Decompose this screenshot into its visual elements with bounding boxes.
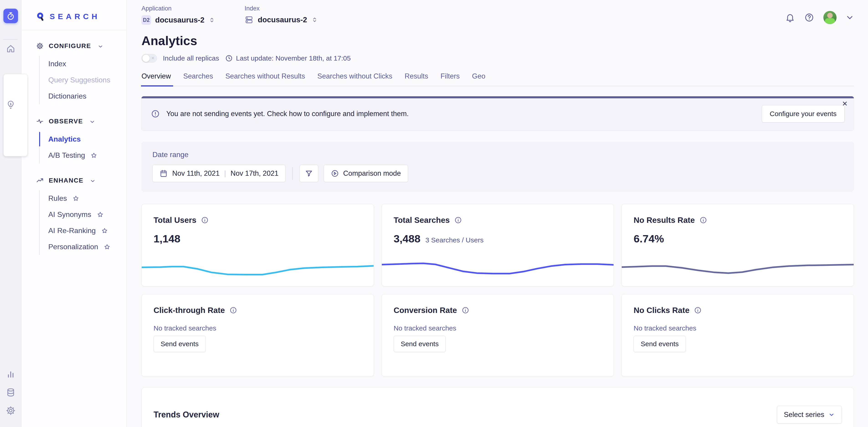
database-icon[interactable] (3, 385, 18, 400)
avatar[interactable] (823, 11, 837, 24)
info-icon[interactable] (462, 306, 469, 314)
card-status: No tracked searches (633, 324, 842, 332)
index-selector[interactable]: docusaurus-2 (244, 15, 318, 24)
tab-searches-without-results[interactable]: Searches without Results (225, 72, 305, 86)
product-name: SEARCH (50, 12, 100, 21)
filter-funnel-button[interactable] (300, 165, 318, 182)
card-status: No tracked searches (394, 324, 602, 332)
conversion-rate-card: Conversion Rate No tracked searches Send… (381, 294, 614, 376)
chevron-down-icon (97, 43, 103, 50)
card-title: Click-through Rate (154, 306, 225, 315)
date-range-label: Date range (152, 151, 843, 159)
card-value: 6.74% (633, 232, 664, 245)
send-events-button[interactable]: Send events (633, 336, 686, 352)
star-icon[interactable] (90, 152, 97, 159)
info-icon[interactable] (454, 216, 462, 224)
main-content: Application D2 docusaurus-2 Index docusa… (126, 0, 868, 427)
chevron-down-icon (90, 178, 96, 184)
sidebar-section-configure: CONFIGURE Index Query Suggestions Dictio… (22, 42, 126, 104)
bar-chart-icon[interactable] (3, 367, 18, 382)
star-icon[interactable] (97, 211, 104, 218)
comparison-mode-button[interactable]: Comparison mode (324, 165, 408, 182)
sidebar-item-query-suggestions[interactable]: Query Suggestions (40, 72, 126, 88)
include-replicas-toggle[interactable]: ✕ (142, 54, 157, 63)
info-icon[interactable] (201, 216, 209, 224)
lightbulb-flash-icon[interactable] (3, 97, 18, 112)
section-label: OBSERVE (49, 118, 83, 125)
index-selector-group: Index docusaurus-2 (244, 5, 318, 24)
configure-events-button[interactable]: Configure your events (762, 105, 845, 123)
chevron-down-icon (89, 119, 95, 125)
rail-divider (3, 39, 18, 40)
date-range-panel: Date range Nov 11th, 2021 | Nov 17th, 20… (142, 142, 854, 192)
sidebar-item-index[interactable]: Index (40, 56, 126, 72)
timer-icon[interactable] (3, 9, 18, 23)
application-value: docusaurus-2 (155, 16, 204, 24)
application-selector-group: Application D2 docusaurus-2 (142, 5, 215, 25)
sidebar-section-header-enhance[interactable]: ENHANCE (22, 177, 126, 184)
card-status: No tracked searches (154, 324, 362, 332)
sidebar-section-enhance: ENHANCE Rules AI Synonyms AI Re-Ranking (22, 177, 126, 255)
section-label: CONFIGURE (49, 42, 91, 50)
notifications-bell-icon[interactable] (785, 12, 795, 23)
close-icon[interactable]: ✕ (842, 100, 848, 108)
sidebar-item-analytics[interactable]: Analytics (40, 131, 126, 147)
sidebar-item-rules[interactable]: Rules (40, 190, 126, 206)
clock-icon (225, 55, 233, 62)
sort-chevrons-icon (209, 16, 215, 24)
sidebar-section-header-observe[interactable]: OBSERVE (22, 118, 126, 125)
send-events-button[interactable]: Send events (394, 336, 446, 352)
search-icon[interactable] (3, 74, 28, 156)
select-series-button[interactable]: Select series (777, 406, 842, 424)
tab-filters[interactable]: Filters (440, 72, 460, 86)
toggle-off-x-icon: ✕ (151, 56, 155, 61)
index-label: Index (244, 5, 318, 12)
tab-searches[interactable]: Searches (183, 72, 213, 86)
sidebar-item-ai-synonyms[interactable]: AI Synonyms (40, 206, 126, 223)
application-selector[interactable]: D2 docusaurus-2 (142, 15, 215, 25)
tab-geo[interactable]: Geo (472, 72, 486, 86)
info-icon[interactable] (700, 216, 707, 224)
index-server-icon (244, 15, 254, 24)
sidebar-item-dictionaries[interactable]: Dictionaries (40, 88, 126, 104)
sidebar-section-observe: OBSERVE Analytics A/B Testing (22, 118, 126, 163)
tab-bar: Overview Searches Searches without Resul… (142, 72, 854, 86)
sidebar-section-header-configure[interactable]: CONFIGURE (22, 42, 126, 50)
send-events-button[interactable]: Send events (154, 336, 206, 352)
no-results-rate-sparkline (622, 253, 854, 278)
gear-icon (36, 42, 44, 50)
sidebar-item-personalization[interactable]: Personalization (40, 239, 126, 255)
star-icon[interactable] (104, 243, 111, 250)
card-title: No Results Rate (633, 216, 694, 225)
stat-cards-row-1: Total Users 1,148 Total Searches 3,488 3… (142, 204, 854, 286)
circle-play-icon (331, 169, 339, 177)
sidebar-item-ab-testing[interactable]: A/B Testing (40, 147, 126, 163)
help-icon[interactable] (804, 12, 814, 23)
click-through-rate-card: Click-through Rate No tracked searches S… (142, 294, 374, 376)
product-logo[interactable]: SEARCH (22, 0, 126, 30)
total-users-sparkline (142, 253, 374, 278)
tab-searches-without-clicks[interactable]: Searches without Clicks (317, 72, 392, 86)
star-icon[interactable] (72, 195, 79, 202)
application-label: Application (142, 5, 215, 12)
tab-results[interactable]: Results (405, 72, 428, 86)
card-subtext: 3 Searches / Users (425, 236, 484, 244)
home-icon[interactable] (3, 41, 18, 56)
include-replicas-label: Include all replicas (163, 55, 219, 62)
sidebar-item-ai-re-ranking[interactable]: AI Re-Ranking (40, 223, 126, 239)
section-label: ENHANCE (49, 177, 83, 184)
index-value: docusaurus-2 (258, 15, 307, 24)
sort-chevrons-icon (311, 16, 318, 24)
banner-accent-strip (142, 96, 854, 98)
info-icon[interactable] (694, 306, 702, 314)
tab-overview[interactable]: Overview (142, 72, 171, 86)
star-icon[interactable] (101, 227, 108, 234)
total-users-card: Total Users 1,148 (142, 204, 374, 286)
stat-cards-row-2: Click-through Rate No tracked searches S… (142, 294, 854, 376)
info-icon[interactable] (229, 306, 237, 314)
gear-icon[interactable] (3, 403, 18, 418)
account-chevron-down-icon[interactable] (846, 13, 854, 22)
date-range-button[interactable]: Nov 11th, 2021 | Nov 17th, 2021 (152, 165, 285, 182)
trends-overview-card: Trends Overview Select series (142, 387, 854, 427)
search-logo-icon (36, 12, 45, 21)
